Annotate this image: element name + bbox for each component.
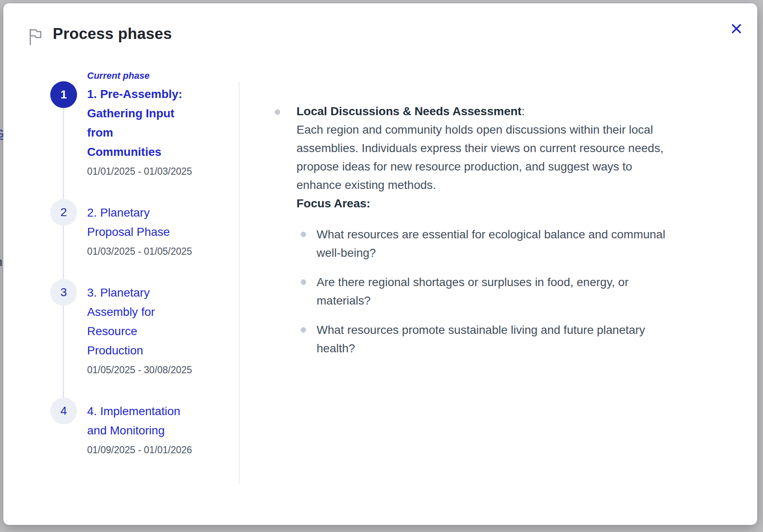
focus-area-item: Are there regional shortages or surpluse… <box>301 273 719 310</box>
focus-area-item: What resources are essential for ecologi… <box>301 225 719 262</box>
bullet-icon <box>275 109 280 115</box>
bullet-icon <box>301 232 306 237</box>
phase-step: 1 Current phase 1. Pre-Assembly: Gatheri… <box>50 70 222 177</box>
focus-areas-label: Focus Areas: <box>296 194 719 213</box>
phase-step: 2 Current phase 2. Planetary Proposal Ph… <box>50 203 222 257</box>
description-body: Local Discussions & Needs Assessment: Ea… <box>296 102 719 369</box>
focus-area-text: What resources are essential for ecologi… <box>317 225 696 262</box>
phase-dates: 01/01/2025 - 01/03/2025 <box>87 166 204 177</box>
phase-dates: 01/05/2025 - 30/08/2025 <box>87 364 204 376</box>
phase-title-link[interactable]: 3. Planetary Assembly for Resource Produ… <box>87 283 204 360</box>
phase-title-link[interactable]: 4. Implementation and Monitoring <box>87 402 204 440</box>
flag-icon <box>27 28 44 48</box>
phase-number-badge: 4 <box>50 398 77 424</box>
focus-area-text: What resources promote sustainable livin… <box>317 321 696 358</box>
focus-area-item: What resources promote sustainable livin… <box>301 321 719 358</box>
dialog-header: Process phases <box>3 3 757 58</box>
phase-body: Current phase 1. Pre-Assembly: Gathering… <box>87 70 204 177</box>
process-phases-dialog: Process phases 1 Current phase 1. Pre-As… <box>3 3 757 525</box>
heading-colon: : <box>521 105 525 118</box>
phase-step: 3 Current phase 3. Planetary Assembly fo… <box>50 283 222 376</box>
description-paragraph: Each region and community holds open dis… <box>296 121 719 194</box>
phase-dates: 01/09/2025 - 01/01/2026 <box>87 444 204 456</box>
phase-number-badge: 1 <box>50 81 77 108</box>
vertical-divider <box>239 81 240 484</box>
phase-description: Local Discussions & Needs Assessment: Ea… <box>275 102 740 369</box>
phase-dates: 01/03/2025 - 01/05/2025 <box>87 246 204 257</box>
close-icon <box>731 23 742 36</box>
phase-body: Current phase 3. Planetary Assembly for … <box>87 283 204 376</box>
phases-stepper-list: 1 Current phase 1. Pre-Assembly: Gatheri… <box>50 70 222 456</box>
close-button[interactable] <box>727 20 745 39</box>
bullet-icon <box>301 279 306 285</box>
phase-title-link[interactable]: 2. Planetary Proposal Phase <box>87 203 204 242</box>
phase-number-badge: 2 <box>50 199 77 226</box>
phase-step: 4 Current phase 4. Implementation and Mo… <box>50 402 222 456</box>
phase-number-badge: 3 <box>50 279 77 306</box>
phase-title-link[interactable]: 1. Pre-Assembly: Gathering Input from Co… <box>87 85 204 162</box>
description-item: Local Discussions & Needs Assessment: Ea… <box>275 102 740 369</box>
description-heading-line: Local Discussions & Needs Assessment: <box>296 102 719 121</box>
phase-body: Current phase 2. Planetary Proposal Phas… <box>87 203 204 257</box>
phases-stepper: 1 Current phase 1. Pre-Assembly: Gatheri… <box>50 70 222 482</box>
focus-area-text: Are there regional shortages or surpluse… <box>317 273 696 310</box>
bullet-icon <box>301 327 306 333</box>
phase-body: Current phase 4. Implementation and Moni… <box>87 402 204 456</box>
dialog-title: Process phases <box>53 25 172 43</box>
description-heading: Local Discussions & Needs Assessment <box>296 105 521 118</box>
current-phase-label: Current phase <box>87 70 204 81</box>
background-text-fragment: n <box>0 256 3 268</box>
focus-areas-list: What resources are essential for ecologi… <box>301 225 719 358</box>
